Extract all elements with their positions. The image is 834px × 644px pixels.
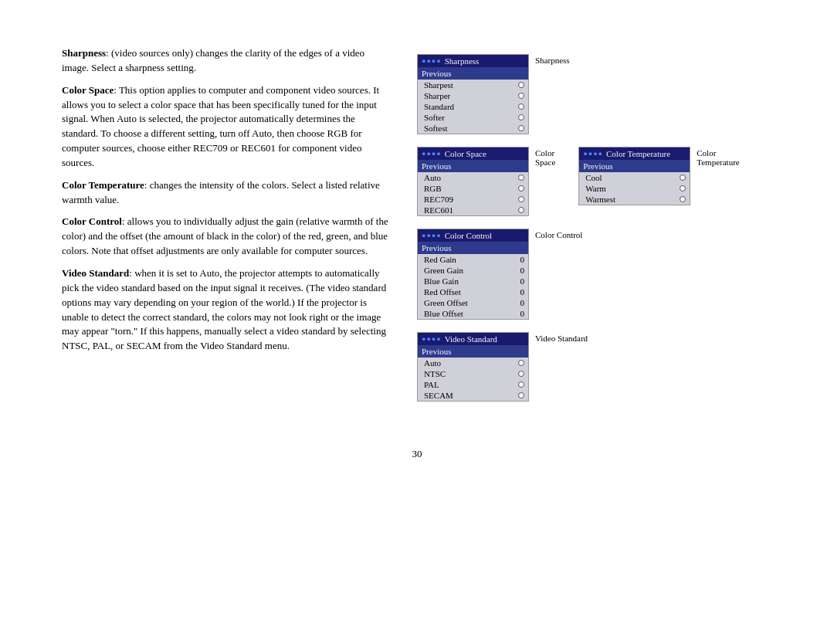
- colorspace-title-label: Color Space: [445, 149, 486, 158]
- videostandard-dots: ●●●●: [422, 335, 442, 343]
- sharpness-bold: Sharpness: [62, 47, 106, 59]
- videostandard-paragraph: Video Standard: when it is set to Auto, …: [62, 266, 394, 354]
- colorspace-item-rec709[interactable]: REC709: [418, 194, 528, 205]
- colorcontrol-title-label: Color Control: [445, 231, 492, 240]
- sharpness-title-label: Sharpness: [445, 56, 480, 66]
- sharpness-previous[interactable]: Previous: [418, 67, 528, 80]
- colorspace-paragraph: Color Space: This option applies to comp…: [62, 83, 394, 171]
- colortemp-dots: ●●●●: [583, 150, 603, 158]
- colorcontrol-item-red-gain[interactable]: Red Gain0: [418, 254, 528, 265]
- colorcontrol-dots: ●●●●: [422, 232, 442, 239]
- colortemp-item-warmest[interactable]: Warmest: [579, 194, 690, 205]
- colorcontrol-item-green-gain[interactable]: Green Gain0: [418, 265, 528, 276]
- rec601-radio[interactable]: [518, 207, 524, 213]
- sharpness-item-softer[interactable]: Softer: [418, 112, 528, 123]
- sharpness-dots: ●●●●: [422, 57, 442, 65]
- warmest-radio[interactable]: [680, 196, 686, 202]
- colorspace-item-rec601[interactable]: REC601: [418, 205, 528, 215]
- pal-radio[interactable]: [518, 381, 524, 388]
- colorspace-menu: ●●●● Color Space Previous Auto RGB REC70…: [417, 147, 529, 216]
- videostandard-body: : when it is set to Auto, the projector …: [62, 267, 386, 351]
- sharpness-body: : (video sources only) changes the clari…: [62, 47, 364, 73]
- colorcontrol-item-blue-gain[interactable]: Blue Gain0: [418, 276, 528, 286]
- colorspace-label: ColorSpace: [535, 148, 555, 167]
- ntsc-radio[interactable]: [518, 371, 524, 377]
- colorcontrol-bold: Color Control: [62, 215, 122, 227]
- videostandard-bold: Video Standard: [62, 267, 129, 279]
- sharpness-paragraph: Sharpness: (video sources only) changes …: [62, 46, 394, 76]
- videostandard-menu: ●●●● Video Standard Previous Auto NTSC P…: [417, 332, 529, 402]
- sharpness-item-softest[interactable]: Softest: [418, 123, 528, 134]
- colortemp-menu: ●●●● Color Temperature Previous Cool War…: [578, 147, 690, 205]
- colortemp-widget-row: ●●●● Color Temperature Previous Cool War…: [578, 147, 739, 205]
- sharpness-label: Sharpness: [535, 56, 570, 65]
- colortemp-label: ColorTemperature: [697, 148, 739, 167]
- colorspace-widget-row: ●●●● Color Space Previous Auto RGB REC70…: [417, 147, 555, 216]
- videostandard-item-pal[interactable]: PAL: [418, 379, 528, 390]
- videostandard-previous[interactable]: Previous: [418, 345, 528, 358]
- colorcontrol-item-blue-offset[interactable]: Blue Offset0: [418, 308, 528, 319]
- videostandard-menu-title: ●●●● Video Standard: [418, 333, 528, 345]
- ui-column: ●●●● Sharpness Previous Sharpest Sharper…: [417, 46, 788, 402]
- sharpness-widget-row: ●●●● Sharpness Previous Sharpest Sharper…: [417, 54, 788, 134]
- colortemp-title-label: Color Temperature: [606, 149, 670, 158]
- colorcontrol-menu: ●●●● Color Control Previous Red Gain0 Gr…: [417, 229, 529, 320]
- colortemp-bold: Color Temperature: [62, 179, 144, 191]
- colortemp-previous[interactable]: Previous: [579, 160, 690, 172]
- sharpness-menu: ●●●● Sharpness Previous Sharpest Sharper…: [417, 54, 529, 134]
- colorspace-dots: ●●●●: [422, 150, 442, 158]
- sharpness-item-sharpest[interactable]: Sharpest: [418, 80, 528, 90]
- cool-radio[interactable]: [680, 175, 686, 181]
- sharpness-item-sharper[interactable]: Sharper: [418, 90, 528, 101]
- videostandard-widget-row: ●●●● Video Standard Previous Auto NTSC P…: [417, 332, 788, 402]
- videostandard-item-ntsc[interactable]: NTSC: [418, 368, 528, 379]
- videostandard-item-auto[interactable]: Auto: [418, 358, 528, 368]
- softest-radio[interactable]: [518, 125, 524, 131]
- page-number: 30: [0, 448, 834, 460]
- rec709-radio[interactable]: [518, 196, 524, 202]
- colorcontrol-menu-title: ●●●● Color Control: [418, 229, 528, 242]
- videostandard-item-secam[interactable]: SECAM: [418, 390, 528, 401]
- colorspace-bold: Color Space: [62, 84, 114, 96]
- colorcontrol-paragraph: Color Control: allows you to individuall…: [62, 215, 394, 259]
- text-column: Sharpness: (video sources only) changes …: [62, 46, 394, 402]
- dual-widget-row: ●●●● Color Space Previous Auto RGB REC70…: [417, 147, 788, 216]
- colorcontrol-widget-row: ●●●● Color Control Previous Red Gain0 Gr…: [417, 229, 788, 320]
- standard-radio[interactable]: [518, 103, 524, 110]
- colortemp-item-warm[interactable]: Warm: [579, 183, 690, 194]
- colorcontrol-label: Color Control: [535, 230, 582, 239]
- softer-radio[interactable]: [518, 114, 524, 120]
- colorspace-body: : This option applies to computer and co…: [62, 84, 379, 168]
- rgb-radio[interactable]: [518, 185, 524, 192]
- colorcontrol-previous[interactable]: Previous: [418, 242, 528, 254]
- colortemp-paragraph: Color Temperature: changes the intensity…: [62, 178, 394, 208]
- videostandard-title-label: Video Standard: [445, 334, 497, 344]
- colortemp-item-cool[interactable]: Cool: [579, 172, 690, 183]
- colorspace-item-rgb[interactable]: RGB: [418, 183, 528, 194]
- colorcontrol-item-green-offset[interactable]: Green Offset0: [418, 297, 528, 308]
- sharpness-item-standard[interactable]: Standard: [418, 101, 528, 112]
- warm-radio[interactable]: [680, 185, 686, 192]
- vs-auto-radio[interactable]: [518, 360, 524, 366]
- auto-radio[interactable]: [518, 175, 524, 181]
- videostandard-label: Video Standard: [535, 334, 588, 343]
- colorspace-item-auto[interactable]: Auto: [418, 172, 528, 183]
- sharper-radio[interactable]: [518, 93, 524, 99]
- colorcontrol-item-red-offset[interactable]: Red Offset0: [418, 286, 528, 297]
- colortemp-menu-title: ●●●● Color Temperature: [579, 147, 690, 160]
- secam-radio[interactable]: [518, 392, 524, 398]
- sharpness-menu-title: ●●●● Sharpness: [418, 55, 528, 67]
- colorspace-previous[interactable]: Previous: [418, 160, 528, 172]
- sharpest-radio[interactable]: [518, 82, 524, 88]
- colorspace-menu-title: ●●●● Color Space: [418, 147, 528, 160]
